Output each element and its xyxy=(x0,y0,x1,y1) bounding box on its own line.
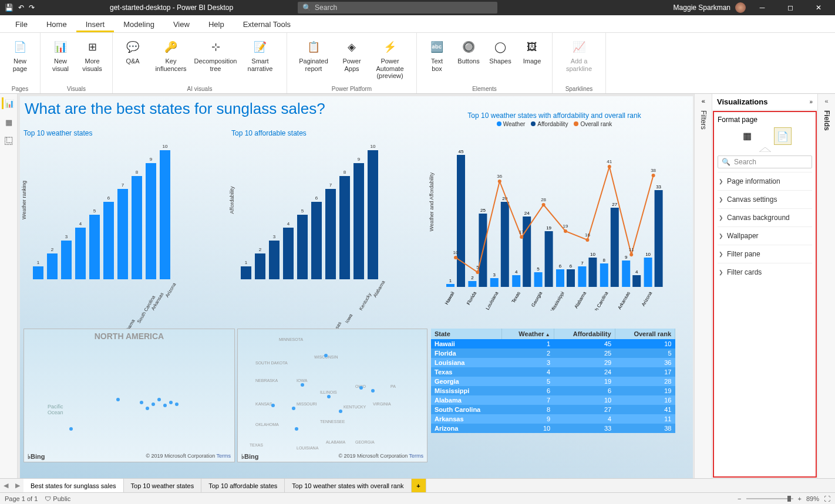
bar-hawaii[interactable]: 1Hawaii xyxy=(33,266,43,279)
ribbon-image[interactable]: 🖼Image xyxy=(517,38,547,65)
menu-tab-view[interactable]: View xyxy=(164,16,199,32)
state-data-table[interactable]: State Weather ▲ Affordability Overall ra… xyxy=(431,329,675,433)
map-terms-link-2[interactable]: Terms xyxy=(409,453,424,459)
model-view-icon[interactable]: ⿺ xyxy=(3,135,15,147)
format-section-wallpaper[interactable]: ❯Wallpaper xyxy=(718,226,812,245)
ribbon-new[interactable]: 📄Newpage xyxy=(5,38,35,72)
page-tab-0[interactable]: Best states for sunglass sales xyxy=(23,479,124,492)
table-row[interactable]: Georgia51928 xyxy=(431,377,675,386)
bar-south-carolina[interactable]: 8South Carolina xyxy=(132,176,142,279)
ribbon-power-automate[interactable]: ⚡Power Automate(preview) xyxy=(368,38,412,80)
table-row[interactable]: Texas42417 xyxy=(431,367,675,377)
bar-georgia[interactable]: 5Georgia xyxy=(89,215,100,279)
page-tab-1[interactable]: Top 10 weather states xyxy=(124,479,202,492)
ribbon-smart[interactable]: 📝Smartnarrative xyxy=(238,38,282,72)
menu-tab-external[interactable]: External Tools xyxy=(234,16,300,32)
map-north-america[interactable]: NORTH AMERICA PacificOcean ♭Bing© 2019 M… xyxy=(23,329,235,462)
table-row[interactable]: Louisiana32936 xyxy=(431,358,675,367)
chart-weather-states[interactable]: Top 10 weather states Weather ranking 1H… xyxy=(23,129,229,303)
ribbon-power[interactable]: ◈PowerApps xyxy=(336,38,367,72)
ribbon-shapes[interactable]: ◯Shapes xyxy=(485,38,516,65)
bar-arkansas[interactable]: 9Arkansas xyxy=(146,163,156,279)
bar-indiana[interactable]: 3Indiana xyxy=(269,241,280,279)
data-view-icon[interactable]: ▦ xyxy=(3,116,15,128)
ribbon-q&a[interactable]: 💬Q&A xyxy=(117,38,148,65)
format-section-canvas-background[interactable]: ❯Canvas background xyxy=(718,208,812,226)
maximize-button[interactable]: ◻ xyxy=(779,4,802,12)
user-avatar[interactable] xyxy=(735,2,746,13)
zoom-out-button[interactable]: − xyxy=(738,495,741,502)
global-search[interactable]: 🔍 Search xyxy=(298,2,497,13)
ribbon-more[interactable]: ⊞Morevisuals xyxy=(77,38,107,72)
page-tab-3[interactable]: Top 10 weather states with overall rank xyxy=(285,479,411,492)
bar-missippi[interactable]: 6Missippi xyxy=(311,202,322,279)
viz-search[interactable]: 🔍 Search xyxy=(718,155,812,168)
bar-michigan[interactable]: 1Michigan xyxy=(241,266,251,279)
ribbon-text[interactable]: 🔤Textbox xyxy=(422,38,452,72)
tab-nav-prev[interactable]: ◀ xyxy=(0,479,12,492)
add-page-button[interactable]: + xyxy=(412,479,426,492)
bar-texas[interactable]: 4Texas xyxy=(75,228,86,279)
bar-ohio[interactable]: 5Ohio xyxy=(297,215,308,279)
map-terms-link[interactable]: Terms xyxy=(217,453,231,459)
redo-icon[interactable]: ↷ xyxy=(29,4,35,12)
save-icon[interactable]: 💾 xyxy=(5,4,14,12)
ribbon-new[interactable]: 📊Newvisual xyxy=(45,38,76,72)
th-state[interactable]: State xyxy=(431,329,502,339)
bar-iowa[interactable]: 8Iowa xyxy=(339,176,350,279)
sensitivity-icon[interactable]: 🛡 Public xyxy=(45,495,70,502)
undo-icon[interactable]: ↶ xyxy=(18,4,24,12)
table-row[interactable]: Hawaii14510 xyxy=(431,339,675,349)
format-section-canvas-settings[interactable]: ❯Canvas settings xyxy=(718,190,812,208)
table-row[interactable]: Florida2255 xyxy=(431,349,675,358)
format-page-mode-icon[interactable]: 📄 xyxy=(774,127,792,145)
bar-louisiana[interactable]: 3Louisiana xyxy=(61,241,72,279)
bar-kentucky[interactable]: 9Kentucky xyxy=(353,163,364,279)
bar-missouri[interactable]: 2Missouri xyxy=(255,253,265,279)
menu-tab-file[interactable]: File xyxy=(6,16,37,32)
ribbon-paginated[interactable]: 📋Paginatedreport xyxy=(292,38,335,72)
format-section-page-information[interactable]: ❯Page information xyxy=(718,172,812,190)
chart-combo[interactable]: Top 10 weather states with affordability… xyxy=(431,111,678,305)
menu-tab-modeling[interactable]: Modeling xyxy=(114,16,164,32)
table-row[interactable]: Arizona103338 xyxy=(431,424,675,433)
fit-page-icon[interactable]: ⛶ xyxy=(824,495,830,502)
map-us-detail[interactable]: MINNESOTASOUTH DAKOTAWISCONSINNEBRASKAIO… xyxy=(237,329,427,462)
build-visual-mode-icon[interactable]: ▦ xyxy=(739,127,756,145)
table-row[interactable]: Alabama71016 xyxy=(431,395,675,405)
chart-affordable-states[interactable]: Top 10 affordable states Affordability 1… xyxy=(231,129,437,303)
tab-nav-next[interactable]: ▶ xyxy=(12,479,23,492)
menu-tab-help[interactable]: Help xyxy=(199,16,234,32)
bar-florida[interactable]: 2Florida xyxy=(47,253,58,279)
th-overall[interactable]: Overall rank xyxy=(615,329,675,339)
chevron-collapse-viz-icon[interactable]: « xyxy=(702,97,705,104)
ribbon-decomposition[interactable]: ⊹Decompositiontree xyxy=(194,38,237,72)
zoom-in-button[interactable]: + xyxy=(798,495,802,502)
table-row[interactable]: Mississippi6619 xyxy=(431,386,675,395)
bar-missippi[interactable]: 6Missippi xyxy=(103,202,114,279)
th-affordability[interactable]: Affordability xyxy=(554,329,615,339)
bar-alabama[interactable]: 10Alabama xyxy=(368,150,378,279)
close-button[interactable]: ✕ xyxy=(807,4,830,12)
th-weather[interactable]: Weather ▲ xyxy=(502,329,554,339)
bar-kansas[interactable]: 4Kansas xyxy=(283,228,294,279)
report-view-icon[interactable]: 📊 xyxy=(2,97,14,109)
table-row[interactable]: Arkansas9411 xyxy=(431,414,675,424)
minimize-button[interactable]: ─ xyxy=(750,4,774,12)
filters-pane-collapsed[interactable]: « Filters xyxy=(694,94,712,478)
chevron-expand-icon[interactable]: » xyxy=(809,99,813,105)
zoom-slider[interactable] xyxy=(746,498,793,499)
format-section-filter-pane[interactable]: ❯Filter pane xyxy=(718,245,812,263)
report-canvas[interactable]: What are the best states for sunglass sa… xyxy=(20,96,693,478)
fields-pane-collapsed[interactable]: « Fields xyxy=(817,94,835,478)
menu-tab-insert[interactable]: Insert xyxy=(76,16,115,32)
table-row[interactable]: South Carolina82741 xyxy=(431,405,675,414)
bar-arizona[interactable]: 10Arizona xyxy=(160,150,170,279)
ribbon-key[interactable]: 🔑Keyinfluencers xyxy=(149,38,193,72)
bar-kansas[interactable]: 7Kansas xyxy=(325,189,336,279)
format-section-filter-cards[interactable]: ❯Filter cards xyxy=(718,263,812,281)
page-tab-2[interactable]: Top 10 affordable states xyxy=(201,479,285,492)
ribbon-buttons[interactable]: 🔘Buttons xyxy=(453,38,484,65)
menu-tab-home[interactable]: Home xyxy=(37,16,76,32)
bar-alabama[interactable]: 7Alabama xyxy=(117,189,128,279)
